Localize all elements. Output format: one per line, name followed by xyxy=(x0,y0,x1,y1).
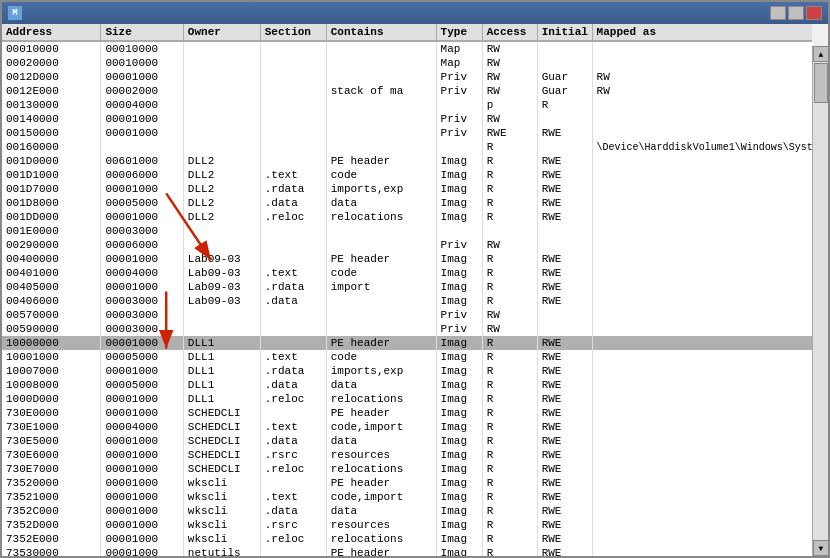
scroll-down-button[interactable]: ▼ xyxy=(813,540,828,556)
table-row[interactable]: 730E100000004000SCHEDCLI.textcode,import… xyxy=(2,420,812,434)
cell-access: R xyxy=(482,168,537,182)
cell-size: 00001000 xyxy=(101,532,183,546)
cell-size: 00010000 xyxy=(101,56,183,70)
cell-initial: RWE xyxy=(537,294,592,308)
table-row[interactable]: 730E500000001000SCHEDCLI.datadataImagRRW… xyxy=(2,434,812,448)
table-row[interactable]: 0059000000003000PrivRW xyxy=(2,322,812,336)
table-row[interactable]: 0040500000001000Lab09-03.rdataimportImag… xyxy=(2,280,812,294)
table-row[interactable]: 7352E00000001000wkscli.relocrelocationsI… xyxy=(2,532,812,546)
cell-type: Imag xyxy=(436,266,482,280)
table-row[interactable]: 730E600000001000SCHEDCLI.rsrcresourcesIm… xyxy=(2,448,812,462)
col-header-owner[interactable]: Owner xyxy=(183,24,260,41)
scrollbar-thumb[interactable] xyxy=(814,63,828,103)
col-header-initial[interactable]: Initial xyxy=(537,24,592,41)
cell-access: R xyxy=(482,350,537,364)
cell-size: 00006000 xyxy=(101,238,183,252)
col-header-type[interactable]: Type xyxy=(436,24,482,41)
table-row[interactable]: 0012E00000002000stack of maPrivRWGuarRW xyxy=(2,84,812,98)
table-row[interactable]: 001D000000601000DLL2PE headerImagRRWE xyxy=(2,154,812,168)
cell-type: Imag xyxy=(436,504,482,518)
cell-address: 001E0000 xyxy=(2,224,101,238)
table-row[interactable]: 0040000000001000Lab09-03PE headerImagRRW… xyxy=(2,252,812,266)
maximize-button[interactable] xyxy=(788,6,804,20)
cell-owner: Lab09-03 xyxy=(183,280,260,294)
cell-mapped_as xyxy=(592,336,812,350)
table-row[interactable]: 730E700000001000SCHEDCLI.relocrelocation… xyxy=(2,462,812,476)
table-row[interactable]: 1000100000005000DLL1.textcodeImagRRWE xyxy=(2,350,812,364)
table-row[interactable]: 0029000000006000PrivRW xyxy=(2,238,812,252)
cell-contains: data xyxy=(326,196,436,210)
table-row[interactable]: 1000000000001000DLL1PE headerImagRRWE xyxy=(2,336,812,350)
cell-access: R xyxy=(482,196,537,210)
table-row[interactable]: 001E000000003000 xyxy=(2,224,812,238)
cell-initial: RWE xyxy=(537,350,592,364)
col-header-address[interactable]: Address xyxy=(2,24,101,41)
cell-contains: PE header xyxy=(326,154,436,168)
table-row[interactable]: 7353000000001000netutilsPE headerImagRRW… xyxy=(2,546,812,556)
minimize-button[interactable] xyxy=(770,6,786,20)
cell-size: 00003000 xyxy=(101,294,183,308)
cell-initial xyxy=(537,308,592,322)
cell-mapped_as: \Device\HarddiskVolume1\Windows\System32… xyxy=(592,140,812,154)
cell-size: 00001000 xyxy=(101,336,183,350)
cell-owner: DLL1 xyxy=(183,350,260,364)
table-row[interactable]: 001D800000005000DLL2.datadataImagRRWE xyxy=(2,196,812,210)
table-row[interactable]: 0040100000004000Lab09-03.textcodeImagRRW… xyxy=(2,266,812,280)
scrollbar-track[interactable] xyxy=(813,62,828,540)
cell-owner: Lab09-03 xyxy=(183,294,260,308)
scrollbar[interactable]: ▲ ▼ xyxy=(812,46,828,556)
table-row[interactable]: 001DD00000001000DLL2.relocrelocationsIma… xyxy=(2,210,812,224)
table-row[interactable]: 00160000R\Device\HarddiskVolume1\Windows… xyxy=(2,140,812,154)
col-header-size[interactable]: Size xyxy=(101,24,183,41)
cell-address: 7352D000 xyxy=(2,518,101,532)
table-row[interactable]: 001D700000001000DLL2.rdataimports,expIma… xyxy=(2,182,812,196)
table-row[interactable]: 001D100000006000DLL2.textcodeImagRRWE xyxy=(2,168,812,182)
table-container[interactable]: AddressSizeOwnerSectionContainsTypeAcces… xyxy=(2,24,812,556)
close-button[interactable] xyxy=(806,6,822,20)
cell-initial: RWE xyxy=(537,126,592,140)
table-row[interactable]: 0015000000001000PrivRWERWE xyxy=(2,126,812,140)
cell-access: R xyxy=(482,490,537,504)
cell-section: .data xyxy=(260,196,326,210)
cell-owner: DLL2 xyxy=(183,210,260,224)
col-header-contains[interactable]: Contains xyxy=(326,24,436,41)
table-row[interactable]: 7352C00000001000wkscli.datadataImagRRWE xyxy=(2,504,812,518)
col-header-access[interactable]: Access xyxy=(482,24,537,41)
cell-type: Imag xyxy=(436,154,482,168)
table-row[interactable]: 0013000000004000pR xyxy=(2,98,812,112)
table-row[interactable]: 730E000000001000SCHEDCLIPE headerImagRRW… xyxy=(2,406,812,420)
col-header-section[interactable]: Section xyxy=(260,24,326,41)
table-row[interactable]: 0014000000001000PrivRW xyxy=(2,112,812,126)
cell-owner xyxy=(183,238,260,252)
table-row[interactable]: 1000800000005000DLL1.datadataImagRRWE xyxy=(2,378,812,392)
table-row[interactable]: 7352100000001000wkscli.textcode,importIm… xyxy=(2,490,812,504)
cell-type xyxy=(436,224,482,238)
cell-access: RW xyxy=(482,308,537,322)
table-row[interactable]: 0057000000003000PrivRW xyxy=(2,308,812,322)
cell-address: 0012D000 xyxy=(2,70,101,84)
table-row[interactable]: 0040600000003000Lab09-03.dataImagRRWE xyxy=(2,294,812,308)
cell-type: Priv xyxy=(436,238,482,252)
cell-section: .data xyxy=(260,294,326,308)
table-row[interactable]: 1000D00000001000DLL1.relocrelocationsIma… xyxy=(2,392,812,406)
cell-section xyxy=(260,546,326,556)
col-header-mapped_as[interactable]: Mapped as xyxy=(592,24,812,41)
table-row[interactable]: 1000700000001000DLL1.rdataimports,expIma… xyxy=(2,364,812,378)
table-row[interactable]: 7352000000001000wkscliPE headerImagRRWE xyxy=(2,476,812,490)
scroll-up-button[interactable]: ▲ xyxy=(813,46,828,62)
cell-address: 10008000 xyxy=(2,378,101,392)
table-row[interactable]: 0001000000010000MapRW xyxy=(2,41,812,56)
table-row[interactable]: 7352D00000001000wkscli.rsrcresourcesImag… xyxy=(2,518,812,532)
cell-mapped_as xyxy=(592,322,812,336)
cell-mapped_as xyxy=(592,392,812,406)
cell-mapped_as xyxy=(592,168,812,182)
table-row[interactable]: 0002000000010000MapRW xyxy=(2,56,812,70)
cell-type: Imag xyxy=(436,196,482,210)
cell-size: 00006000 xyxy=(101,168,183,182)
table-row[interactable]: 0012D00000001000PrivRWGuarRW xyxy=(2,70,812,84)
cell-owner: netutils xyxy=(183,546,260,556)
cell-type: Imag xyxy=(436,336,482,350)
cell-initial xyxy=(537,140,592,154)
cell-address: 7352E000 xyxy=(2,532,101,546)
cell-owner: SCHEDCLI xyxy=(183,462,260,476)
